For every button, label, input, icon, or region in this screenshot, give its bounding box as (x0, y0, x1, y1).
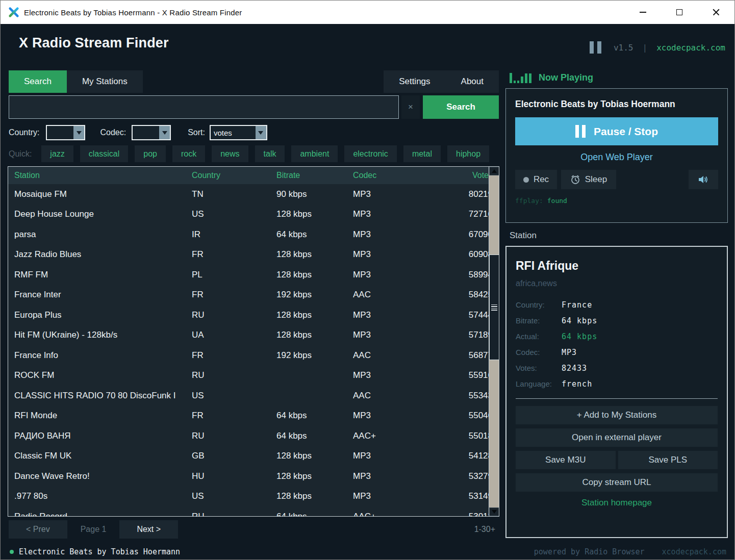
detail-label: Country: (516, 300, 562, 309)
column-header-codec[interactable]: Codec (353, 171, 414, 180)
table-row[interactable]: Europa PlusRU128 kbpsMP357444 (8, 305, 499, 325)
maximize-button[interactable] (661, 1, 698, 24)
stations-table: StationCountryBitrateCodecVotes Mosaique… (8, 166, 499, 517)
table-row[interactable]: RFI MondeFR64 kbpsMP355046 (8, 406, 499, 426)
station-section-title: Station (510, 231, 537, 241)
tab-about[interactable]: About (446, 70, 499, 93)
table-cell: 128 kbps (276, 249, 353, 260)
tab-search[interactable]: Search (9, 70, 67, 93)
alarm-clock-icon (570, 174, 580, 185)
column-header-country[interactable]: Country (192, 171, 276, 180)
table-cell: 54128 (414, 451, 493, 461)
table-header: StationCountryBitrateCodecVotes (8, 167, 499, 184)
table-row[interactable]: parsaIR64 kbpsMP367090 (8, 224, 499, 245)
table-row[interactable]: ROCK FMRUMP355916 (8, 366, 499, 386)
table-cell: MP3 (353, 451, 414, 461)
next-page-button[interactable]: Next > (119, 520, 178, 539)
quick-tag-hiphop[interactable]: hiphop (447, 145, 489, 162)
codec-filter-label: Codec: (100, 128, 126, 137)
table-cell: AAC (353, 391, 414, 401)
minimize-button[interactable] (624, 1, 661, 24)
prev-page-button[interactable]: < Prev (9, 520, 67, 539)
save-m3u-button[interactable]: Save M3U (516, 451, 616, 469)
station-detail-row: Codec:MP3 (516, 344, 718, 360)
table-cell: MP3 (353, 330, 414, 340)
table-cell: Radio Record (14, 512, 192, 516)
table-cell: TN (192, 189, 276, 199)
header-site-link[interactable]: xcodecpack.com (656, 43, 725, 53)
table-row[interactable]: Jazz Radio BluesFR128 kbpsMP360908 (8, 245, 499, 265)
scrollbar-up-button[interactable] (489, 167, 499, 175)
quick-tag-electronic[interactable]: electronic (344, 145, 396, 162)
table-row[interactable]: Classic FM UKGB128 kbpsMP354128 (8, 446, 499, 467)
table-cell: 55916 (414, 370, 493, 380)
station-homepage-link[interactable]: Station homepage (516, 498, 718, 508)
table-row[interactable]: France InfoFR192 kbpsAAC56877 (8, 345, 499, 366)
scrollbar-down-button[interactable] (489, 507, 499, 516)
table-row[interactable]: Deep House LoungeUS128 kbpsMP372716 (8, 205, 499, 225)
pause-stop-button[interactable]: Pause / Stop (515, 117, 718, 145)
now-playing-panel: Electronic Beats by Tobias Hoermann Paus… (505, 88, 728, 223)
table-row[interactable]: РАДИО ВАНЯRU64 kbpsAAC+55018 (8, 426, 499, 446)
detail-value: french (562, 379, 718, 389)
sort-select[interactable]: votes (210, 125, 267, 140)
scrollbar-thumb[interactable] (489, 254, 499, 360)
detail-label: Votes: (516, 364, 562, 372)
quick-tag-news[interactable]: news (212, 145, 248, 162)
codec-select[interactable] (132, 125, 171, 140)
table-cell: 64 kbps (276, 512, 353, 516)
table-row[interactable]: CLASSIC HITS RADIO 70 80 DiscoFunk IUSAA… (8, 386, 499, 406)
table-cell: MP3 (353, 411, 414, 421)
tab-settings[interactable]: Settings (384, 70, 445, 93)
table-row[interactable]: Dance Wave Retro!HU128 kbpsMP353279 (8, 466, 499, 487)
search-button[interactable]: Search (423, 95, 499, 119)
version-label: v1.5 (614, 43, 633, 53)
search-input[interactable] (9, 95, 399, 119)
country-select[interactable] (46, 125, 85, 140)
scrollbar-track[interactable] (489, 167, 499, 516)
sort-filter-label: Sort: (188, 128, 205, 137)
table-cell: 57189 (414, 330, 493, 340)
table-cell: RMF FM (14, 270, 192, 280)
table-cell: AAC+ (353, 431, 414, 441)
close-button[interactable] (698, 1, 734, 24)
copy-stream-url-button[interactable]: Copy stream URL (516, 473, 718, 492)
table-row[interactable]: Hit FM (UKraine) - 128kb/sUA128 kbpsMP35… (8, 325, 499, 346)
tab-my-stations[interactable]: My Stations (67, 70, 143, 93)
quick-tag-jazz[interactable]: jazz (41, 145, 73, 162)
table-row[interactable]: .977 80sUS128 kbpsMP353149 (8, 487, 499, 507)
table-cell: RFI Monde (14, 411, 192, 421)
quick-tag-talk[interactable]: talk (255, 145, 285, 162)
minimize-icon (640, 12, 646, 13)
table-cell: 55018 (414, 431, 493, 441)
table-cell: Deep House Lounge (14, 209, 192, 219)
add-to-my-stations-button[interactable]: + Add to My Stations (516, 406, 718, 424)
table-cell: IR (192, 230, 276, 240)
save-pls-button[interactable]: Save PLS (618, 451, 718, 469)
sleep-button[interactable]: Sleep (561, 170, 616, 189)
column-header-bitrate[interactable]: Bitrate (276, 171, 353, 180)
table-row[interactable]: RMF FMPL128 kbpsMP358994 (8, 265, 499, 285)
open-web-player-link[interactable]: Open Web Player (515, 152, 718, 163)
header-separator: | (643, 43, 648, 53)
quick-tag-pop[interactable]: pop (135, 145, 166, 162)
record-button[interactable]: Rec (515, 170, 557, 189)
quick-tag-classical[interactable]: classical (80, 145, 128, 162)
column-header-station[interactable]: Station (14, 171, 192, 180)
clear-search-button[interactable]: × (401, 95, 420, 119)
chevron-down-icon (73, 126, 84, 139)
table-row[interactable]: Radio RecordRU64 kbpsAAC+53012 (8, 506, 499, 516)
open-external-player-button[interactable]: Open in external player (516, 428, 718, 447)
quick-tag-rock[interactable]: rock (172, 145, 205, 162)
table-row[interactable]: Mosaique FMTN90 kbpsMP380219 (8, 184, 499, 205)
table-row[interactable]: France InterFR192 kbpsAAC58425 (8, 285, 499, 306)
column-header-votes[interactable]: Votes (414, 171, 493, 180)
quick-tag-metal[interactable]: metal (403, 145, 441, 162)
scrollbar-grip-icon (491, 303, 497, 312)
volume-button[interactable] (689, 170, 718, 189)
table-cell: AAC+ (353, 512, 414, 516)
quick-tag-ambient[interactable]: ambient (291, 145, 338, 162)
detail-label: Bitrate: (516, 316, 562, 325)
table-cell: France Inter (14, 290, 192, 300)
station-detail-row: Actual:64 kbps (516, 328, 718, 344)
